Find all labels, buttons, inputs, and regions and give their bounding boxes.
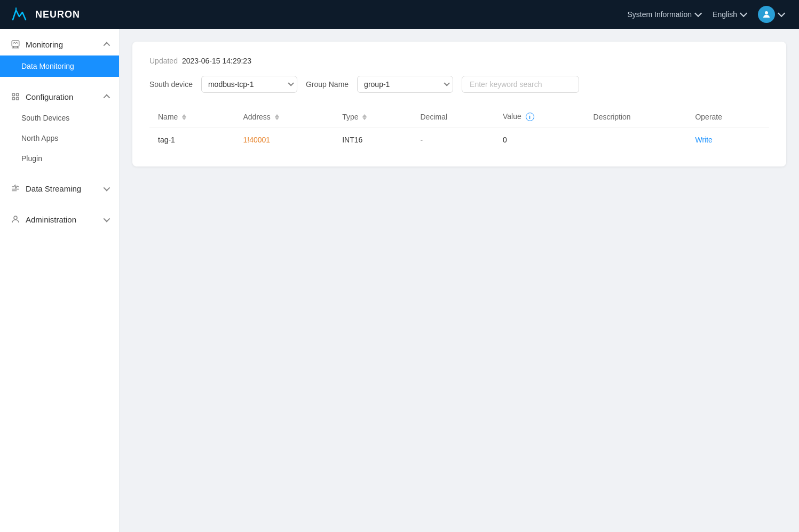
system-info-label: System Information	[627, 10, 692, 19]
svg-rect-4	[12, 93, 15, 96]
sidebar: Monitoring Data Monitoring Configurat	[0, 29, 120, 532]
cell-description	[585, 128, 687, 152]
administration-icon	[11, 215, 20, 224]
configuration-icon	[11, 92, 20, 101]
monitoring-chevron-icon	[104, 42, 110, 49]
sidebar-data-streaming-label: Data Streaming	[26, 184, 81, 193]
sidebar-configuration-label: Configuration	[26, 92, 73, 101]
sidebar-item-data-monitoring[interactable]: Data Monitoring	[0, 55, 119, 77]
administration-group-left: Administration	[11, 215, 76, 224]
table-row: tag-1 1!40001 INT16 - 0 Write	[149, 128, 769, 152]
south-device-select-wrapper: modbus-tcp-1	[201, 76, 297, 93]
data-streaming-icon	[11, 184, 20, 193]
updated-row: Updated 2023-06-15 14:29:23	[149, 57, 769, 65]
group-name-select-wrapper: group-1	[357, 76, 453, 93]
logo-text: NEURON	[35, 9, 80, 20]
data-streaming-chevron-icon	[104, 184, 110, 191]
col-description: Description	[585, 106, 687, 128]
sidebar-item-south-devices[interactable]: South Devices	[0, 108, 119, 128]
content-card: Updated 2023-06-15 14:29:23 South device…	[132, 42, 786, 166]
sidebar-item-north-apps[interactable]: North Apps	[0, 128, 119, 148]
address-value: 1!40001	[243, 136, 270, 144]
group-name-label: Group Name	[306, 80, 349, 89]
main-content: Updated 2023-06-15 14:29:23 South device…	[120, 29, 799, 532]
col-value: Value i	[494, 106, 585, 128]
filter-row: South device modbus-tcp-1 Group Name gro…	[149, 76, 769, 93]
data-table: Name Address	[149, 106, 769, 152]
col-type: Type	[334, 106, 412, 128]
sidebar-group-monitoring[interactable]: Monitoring	[0, 33, 119, 55]
col-address: Address	[234, 106, 334, 128]
cell-value: 0	[494, 128, 585, 152]
user-icon	[762, 10, 771, 19]
svg-rect-5	[17, 93, 19, 96]
app-layout: Monitoring Data Monitoring Configurat	[0, 29, 799, 532]
logo-icon	[11, 5, 30, 24]
user-menu-button[interactable]	[753, 3, 788, 26]
sidebar-monitoring-label: Monitoring	[26, 40, 63, 49]
avatar	[758, 6, 775, 23]
table-header-row: Name Address	[149, 106, 769, 128]
south-device-label: South device	[149, 80, 193, 89]
sidebar-group-data-streaming[interactable]: Data Streaming	[0, 177, 119, 200]
sidebar-administration-label: Administration	[26, 215, 76, 224]
monitoring-icon	[11, 39, 20, 49]
cell-name: tag-1	[149, 128, 234, 152]
sidebar-group-administration[interactable]: Administration	[0, 208, 119, 231]
header-actions: System Information English	[622, 3, 788, 26]
name-sort-icon[interactable]	[182, 114, 186, 120]
group-name-select[interactable]: group-1	[357, 76, 453, 93]
user-chevron-icon	[778, 10, 785, 17]
address-sort-icon[interactable]	[275, 114, 279, 120]
sidebar-item-plugin[interactable]: Plugin	[0, 148, 119, 169]
svg-rect-7	[17, 98, 19, 100]
updated-label: Updated	[149, 57, 178, 65]
col-decimal: Decimal	[412, 106, 494, 128]
south-device-select[interactable]: modbus-tcp-1	[201, 76, 297, 93]
sidebar-group-configuration[interactable]: Configuration	[0, 85, 119, 108]
sidebar-section-data-streaming: Data Streaming	[0, 173, 119, 204]
administration-chevron-icon	[104, 215, 110, 222]
svg-point-10	[14, 216, 17, 219]
data-streaming-group-left: Data Streaming	[11, 184, 81, 193]
cell-address: 1!40001	[234, 128, 334, 152]
sidebar-section-configuration: Configuration South Devices North Apps P…	[0, 81, 119, 173]
app-header: NEURON System Information English	[0, 0, 799, 29]
monitoring-group-left: Monitoring	[11, 39, 63, 49]
col-name: Name	[149, 106, 234, 128]
col-operate: Operate	[686, 106, 769, 128]
search-input[interactable]	[462, 76, 579, 93]
sidebar-section-administration: Administration	[0, 204, 119, 235]
updated-value: 2023-06-15 14:29:23	[182, 57, 251, 65]
configuration-chevron-icon	[104, 94, 110, 101]
logo: NEURON	[11, 5, 80, 24]
write-button[interactable]: Write	[695, 136, 712, 144]
cell-operate: Write	[686, 128, 769, 152]
value-info-icon[interactable]: i	[526, 113, 534, 121]
sidebar-section-monitoring: Monitoring Data Monitoring	[0, 29, 119, 81]
language-label: English	[713, 10, 737, 19]
language-button[interactable]: English	[707, 7, 750, 22]
cell-decimal: -	[412, 128, 494, 152]
system-info-button[interactable]: System Information	[622, 7, 705, 22]
system-info-chevron-icon	[694, 10, 702, 17]
language-chevron-icon	[740, 10, 747, 17]
svg-rect-6	[12, 98, 15, 100]
cell-type: INT16	[334, 128, 412, 152]
svg-point-1	[765, 11, 768, 14]
configuration-group-left: Configuration	[11, 92, 73, 101]
type-sort-icon[interactable]	[362, 114, 367, 120]
